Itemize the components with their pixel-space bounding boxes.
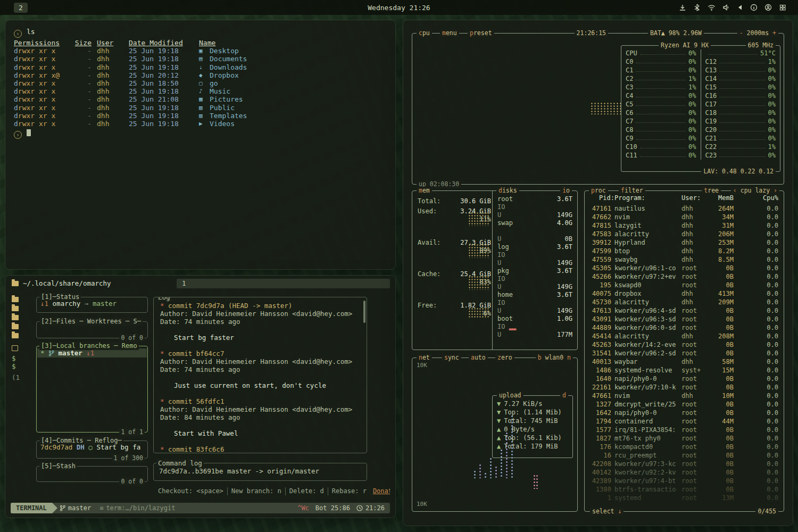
mem-header[interactable]: MemB	[706, 194, 734, 202]
workspace-indicator[interactable]: 2	[14, 3, 28, 13]
process-user: root	[681, 469, 706, 477]
filter-button[interactable]: filter	[619, 187, 645, 195]
interval-decrease[interactable]: -	[739, 29, 743, 37]
process-row[interactable]: 1640 napi/phy0-0 root 0B 0.0	[585, 375, 783, 384]
grid-icon[interactable]	[779, 4, 786, 11]
menu-button[interactable]: menu	[440, 29, 459, 37]
volume-icon[interactable]	[722, 4, 730, 11]
process-row[interactable]: 1380 btrfs-transactio root 0B 0.0	[585, 486, 783, 494]
prev-iface-key[interactable]: b	[538, 354, 542, 361]
process-row[interactable]: 47815 lazygit dhh 31M 0.0	[585, 222, 783, 230]
process-row[interactable]: 42208 kworker/u97:3-kc root 0B 0.0	[585, 460, 783, 469]
process-row[interactable]: 45263 kworker/14:2-eve root 0B 0.0	[585, 341, 783, 350]
process-row[interactable]: 1827 mt76-tx phy0 root 0B 0.0	[585, 435, 783, 443]
tab-label[interactable]: 1	[182, 279, 186, 287]
process-row[interactable]: 45730 alacritty dhh 209M 0.0	[585, 298, 783, 307]
user-icon[interactable]	[764, 4, 772, 11]
disk-used: 0B	[565, 235, 572, 243]
process-row[interactable]: 45414 alacritty dhh 208M 0.0	[585, 332, 783, 341]
lazygit-window[interactable]: ~/.local/share/omarchy 1 $$ (1 [1]─Statu…	[5, 276, 395, 518]
process-user: dhh	[681, 247, 706, 256]
sort-prev-arrow[interactable]: ‹	[733, 187, 737, 194]
cpu-header[interactable]: Cpu%	[734, 194, 778, 202]
keybinding[interactable]: Checkout: <space>	[154, 487, 227, 495]
scrollbar[interactable]	[363, 301, 365, 323]
log-panel[interactable]: Log * commit 7dc9d7a (HEAD -> master) Au…	[153, 297, 367, 453]
process-user: root	[681, 384, 706, 392]
donate-link[interactable]: Donate	[370, 487, 390, 495]
process-row[interactable]: 40142 kworker/u92:2-kv root 0B 0.0	[585, 469, 783, 477]
process-row[interactable]: 40075 dropbox dhh 413M 0.0	[585, 290, 783, 298]
net-stats-key[interactable]: d	[560, 392, 568, 400]
sync-button[interactable]: sync	[442, 354, 461, 362]
cpu-core-box: Ryzen AI 9 HX 605 MHz CPU0% 51°C C00% C1…	[621, 45, 780, 172]
keybinding[interactable]: New branch: n	[227, 487, 285, 495]
info-icon[interactable]	[750, 4, 758, 11]
program-header[interactable]: Program:	[614, 194, 681, 202]
process-row[interactable]: 47661 nvim dhh 10M 0.0	[585, 392, 783, 401]
process-row[interactable]: 47613 kworker/u96:4-sd root 0B 0.0	[585, 307, 783, 315]
process-cpu: 0.0	[734, 494, 778, 503]
prompt-line-2[interactable]: ›	[14, 129, 387, 139]
interval-increase[interactable]: +	[772, 29, 776, 37]
btop-window[interactable]: cpu menu preset 21:26:15 BAT▲ 98% 2.96W …	[403, 20, 793, 526]
keybinding[interactable]: Rebase: r	[328, 487, 370, 495]
disk-entry: swap4.0G U0B	[497, 219, 572, 243]
disk-io-label: IO	[497, 323, 505, 330]
process-mem: 58M	[706, 358, 734, 367]
process-row[interactable]: 22161 kworker/u97:10-k root 0B 0.0	[585, 384, 783, 392]
process-row[interactable]: 47662 nvim dhh 34M 0.0	[585, 213, 783, 222]
core-row: C100% C221%	[626, 143, 776, 151]
process-row[interactable]: 1577 irq/81-PIXA3854: root 0B 0.0	[585, 426, 783, 435]
preset-button[interactable]: preset	[468, 29, 494, 37]
branches-panel[interactable]: [3]─Local branches ─ Remo * master ↓1 1 …	[36, 346, 148, 433]
process-row[interactable]: 44889 kworker/u96:0-sd root 0B 0.0	[585, 324, 783, 332]
sort-next-arrow[interactable]: ›	[774, 187, 777, 194]
user-header[interactable]: User:	[681, 194, 706, 202]
process-row[interactable]: 1794 containerd root 44M 0.0	[585, 418, 783, 426]
process-row[interactable]: 47559 swaybg dhh 8.5M 0.0	[585, 256, 783, 264]
process-row[interactable]: 45305 kworker/u96:1-co root 0B 0.0	[585, 264, 783, 273]
triangle-left-icon[interactable]	[737, 4, 743, 11]
keybinding[interactable]: Delete: d	[285, 487, 328, 495]
process-row[interactable]: 16 rcu_preempt root 0B 0.0	[585, 452, 783, 460]
command-log-panel[interactable]: Command log 7dc9d7a..b3691be master -> o…	[153, 463, 367, 481]
process-row[interactable]: 1327 dmcrypt_write/25 root 0B 0.0	[585, 401, 783, 409]
process-row[interactable]: 47599 btop dhh 8.2M 0.0	[585, 247, 783, 256]
process-user: dhh	[681, 222, 706, 230]
process-name: napi/phy0-0	[614, 409, 681, 418]
status-panel[interactable]: [1]─Status ↓1 omarchy → master	[36, 297, 148, 313]
net-stat-value: Total: 745 MiB	[504, 417, 558, 426]
process-row[interactable]: 1642 napi/phy0-0 root 0B 0.0	[585, 409, 783, 418]
tab-bar[interactable]: 1	[177, 279, 390, 288]
process-row[interactable]: 42389 kworker/u97:4-bt root 0B 0.0	[585, 477, 783, 486]
process-row[interactable]: 39912 Hyprland dhh 253M 0.0	[585, 239, 783, 247]
terminal-window[interactable]: ›ls Permissions Size User Date Modified …	[5, 20, 395, 269]
stash-panel[interactable]: [5]─Stash 0 of 0	[36, 466, 148, 482]
process-row[interactable]: 47583 alacritty dhh 206M 0.0	[585, 230, 783, 239]
file-name: Documents	[210, 55, 247, 63]
files-panel[interactable]: [2]─Files ─ Worktrees ─ S─ 0 of 0	[36, 321, 148, 338]
core-load: 0%	[768, 84, 776, 92]
wifi-icon[interactable]	[708, 4, 716, 11]
core-name: C14	[705, 75, 717, 83]
zero-button[interactable]: zero	[495, 354, 514, 362]
process-row[interactable]: 1486 systemd-resolve syst+ 15M 0.0	[585, 367, 783, 375]
bluetooth-icon[interactable]	[693, 4, 701, 11]
next-iface-key[interactable]: n	[567, 354, 571, 361]
process-mem: 0B	[706, 307, 734, 315]
process-row[interactable]: 40013 waybar dhh 58M 0.0	[585, 358, 783, 367]
tree-button[interactable]: tree	[702, 187, 721, 195]
process-row[interactable]: 1 systemd root 13M 0.0	[585, 494, 783, 503]
process-row[interactable]: 45266 kworker/u97:2+ev root 0B 0.0	[585, 273, 783, 281]
process-row[interactable]: 31541 kworker/u96:2-sd root 0B 0.0	[585, 350, 783, 358]
download-icon[interactable]	[679, 4, 686, 11]
commits-panel[interactable]: [4]─Commits ─ Reflog─ 7dc9d7ad DH ○ Star…	[36, 440, 148, 459]
pid-header[interactable]: Pid:	[590, 194, 614, 202]
process-row[interactable]: 43091 kworker/u96:3-sd root 0B 0.0	[585, 315, 783, 324]
auto-button[interactable]: auto	[469, 354, 488, 362]
process-row[interactable]: 47161 nautilus dhh 264M 0.0	[585, 205, 783, 213]
process-row[interactable]: 176 kcompactd0 root 0B 0.0	[585, 443, 783, 452]
core-name: C6	[626, 109, 633, 117]
process-row[interactable]: 195 kswapd0 root 0B 0.0	[585, 281, 783, 290]
